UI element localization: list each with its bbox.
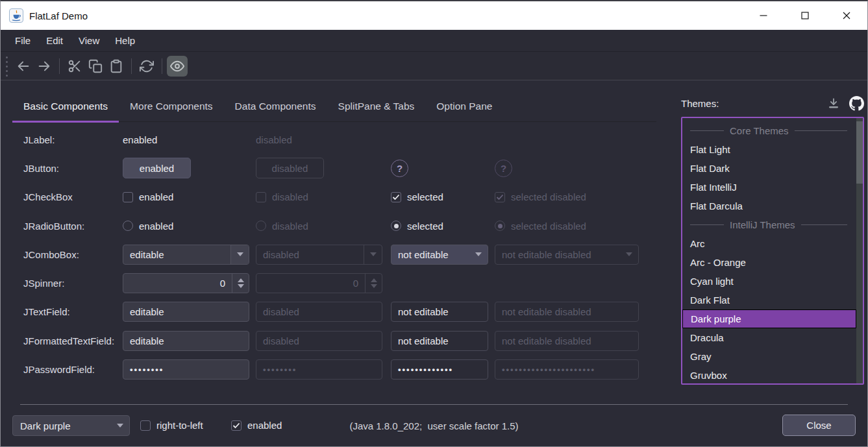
jcombobox-editable[interactable]: editable — [123, 245, 249, 265]
github-icon[interactable] — [849, 96, 864, 111]
jbutton-cell-3: ? — [391, 160, 495, 177]
jformattedtextfield-editable[interactable]: editable — [123, 331, 249, 351]
jbutton-disabled-button: disabled — [256, 158, 324, 178]
menubar: File Edit View Help — [1, 30, 867, 52]
theme-item-flat-intellij[interactable]: Flat IntelliJ — [682, 178, 856, 197]
jtextfield-not-editable[interactable]: not editable — [391, 302, 488, 322]
jlabel-cell-1: enabled — [123, 134, 256, 145]
theme-item-arc[interactable]: Arc — [682, 234, 856, 253]
jradiobutton-enabled[interactable]: enabled — [123, 221, 173, 232]
checkbox-checked — [391, 192, 401, 202]
jradiobutton-cell-3: selected — [391, 221, 495, 232]
theme-item-cyan-light[interactable]: Cyan light — [682, 272, 856, 291]
jformattedtextfield-not-editable-disabled: not editable disabled — [495, 331, 639, 351]
copy-icon — [88, 59, 103, 73]
jcheckbox-selected[interactable]: selected — [391, 191, 443, 202]
chevron-down-icon — [230, 245, 249, 264]
minimize-button[interactable] — [743, 1, 784, 30]
theme-item-flat-dark[interactable]: Flat Dark — [682, 159, 856, 178]
tab-option-pane[interactable]: Option Pane — [425, 92, 503, 121]
scrollbar-thumb[interactable] — [856, 121, 863, 184]
jbutton-help-disabled-button: ? — [495, 160, 512, 177]
checkbox — [123, 192, 133, 202]
jtextfield-editable[interactable]: editable — [123, 302, 249, 322]
themes-header: Themes: — [681, 93, 864, 113]
tab-data-components[interactable]: Data Components — [224, 92, 327, 121]
jformattedtextfield-cell-4: not editable disabled — [495, 331, 643, 351]
radio — [123, 221, 133, 231]
paste-button[interactable] — [106, 56, 127, 77]
theme-item-dark-flat[interactable]: Dark Flat — [682, 291, 856, 309]
jcheckbox-cell-3: selected — [391, 191, 495, 202]
jlabel-cell-2: disabled — [256, 134, 391, 145]
paste-icon — [109, 59, 123, 73]
show-hover-toggle-button[interactable] — [167, 56, 188, 77]
jradiobutton-selected[interactable]: selected — [391, 221, 443, 232]
jspinner-enabled[interactable]: 0 — [123, 273, 249, 293]
chevron-down-icon — [364, 245, 382, 264]
tab-more-components[interactable]: More Components — [119, 92, 224, 121]
jtextfield-cell-3: not editable — [391, 302, 495, 322]
copy-button[interactable] — [85, 56, 106, 77]
radio — [256, 221, 266, 231]
jpasswordfield-editable[interactable]: •••••••• — [123, 359, 249, 380]
jformattedtextfield-cell-2: disabled — [256, 331, 391, 351]
menu-file[interactable]: File — [7, 30, 38, 51]
jcheckbox-enabled[interactable]: enabled — [123, 191, 173, 202]
status-text: (Java 1.8.0_202; user scale factor 1.5) — [1, 420, 867, 431]
checkbox — [256, 192, 266, 202]
jformattedtextfield-not-editable[interactable]: not editable — [391, 331, 488, 351]
jbutton-label: JButton: — [12, 163, 123, 174]
menu-help[interactable]: Help — [107, 30, 143, 51]
close-window-button[interactable] — [826, 1, 867, 30]
tab-basic-components[interactable]: Basic Components — [12, 92, 119, 121]
theme-item-gruvbox[interactable]: Gruvbox — [682, 366, 856, 385]
theme-item-gray[interactable]: Gray — [682, 347, 856, 366]
cut-button[interactable] — [64, 56, 85, 77]
back-button[interactable] — [13, 56, 34, 77]
forward-button[interactable] — [34, 56, 55, 77]
chevron-down-icon — [469, 245, 488, 264]
toolbar-separator — [131, 58, 132, 74]
theme-item-dark-purple[interactable]: Dark purple — [682, 309, 856, 328]
jtextfield-not-editable-disabled: not editable disabled — [495, 302, 639, 322]
close-button[interactable]: Close — [782, 415, 856, 436]
theme-item-arc-orange[interactable]: Arc - Orange — [682, 253, 856, 272]
jpasswordfield-cell-2: •••••••• — [256, 359, 391, 380]
theme-item-dracula[interactable]: Dracula — [682, 328, 856, 347]
maximize-button[interactable] — [784, 1, 826, 30]
jcombobox-not-editable[interactable]: not editable — [391, 245, 488, 265]
refresh-icon — [140, 59, 154, 73]
jlabel-enabled: enabled — [123, 134, 157, 145]
jradiobutton-cell-2: disabled — [256, 221, 391, 232]
theme-section-core-themes: Core Themes — [682, 121, 856, 140]
jpasswordfield-cell-3: ••••••••••••• — [391, 359, 495, 380]
refresh-button[interactable] — [136, 56, 157, 77]
toolbar-separator — [162, 58, 162, 74]
jbutton-enabled-button[interactable]: enabled — [123, 158, 191, 178]
jtextfield-cell-1: editable — [123, 302, 256, 322]
forward-icon — [37, 59, 51, 73]
scrollbar-track[interactable] — [856, 118, 863, 383]
menu-view[interactable]: View — [71, 30, 107, 51]
menu-edit[interactable]: Edit — [38, 30, 71, 51]
jspinner-cell-1: 0 — [123, 273, 256, 293]
jcombobox-disabled: disabled — [256, 245, 382, 265]
jcheckbox-selected-disabled: selected disabled — [495, 191, 586, 202]
jtextfield-cell-2: disabled — [256, 302, 391, 322]
jcombobox-not-editable-disabled: not editable disabled — [495, 245, 639, 265]
jbutton-help-button[interactable]: ? — [391, 160, 408, 177]
jradiobutton-cell-4: selected disabled — [495, 221, 643, 232]
tab-splitpane-tabs[interactable]: SplitPane & Tabs — [327, 92, 426, 121]
theme-item-flat-light[interactable]: Flat Light — [682, 140, 856, 159]
chevron-down-icon — [620, 245, 638, 264]
spinner-down-icon — [371, 284, 377, 288]
jformattedtextfield-cell-1: editable — [123, 331, 256, 351]
jlabel-disabled: disabled — [256, 134, 292, 145]
toolbar-grip-handle[interactable] — [6, 56, 8, 77]
bottom-separator — [20, 404, 848, 405]
theme-item-flat-darcula[interactable]: Flat Darcula — [682, 197, 856, 215]
download-icon[interactable] — [827, 97, 840, 110]
jcombobox-cell-4: not editable disabled — [495, 245, 643, 265]
jpasswordfield-not-editable[interactable]: ••••••••••••• — [391, 359, 488, 380]
